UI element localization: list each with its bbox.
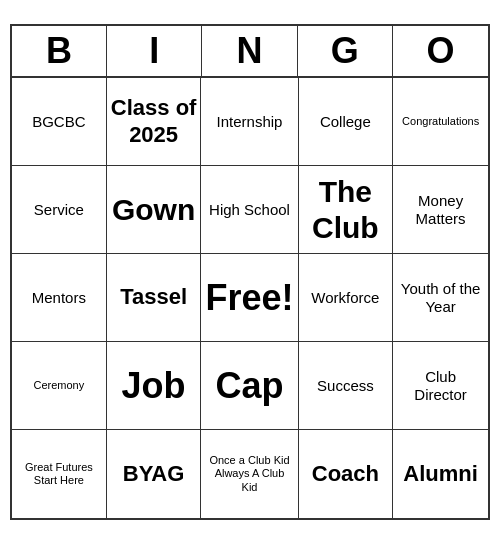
cell-text-14: Youth of the Year [397,280,484,316]
bingo-cell-9: Money Matters [393,166,488,254]
cell-text-12: Free! [205,276,293,319]
bingo-cell-2: Internship [201,78,298,166]
cell-text-19: Club Director [397,368,484,404]
header-letter-B: B [12,26,107,76]
cell-text-16: Job [122,364,186,407]
cell-text-10: Mentors [32,289,86,307]
cell-text-2: Internship [217,113,283,131]
bingo-cell-5: Service [12,166,107,254]
bingo-cell-7: High School [201,166,298,254]
bingo-cell-1: Class of 2025 [107,78,202,166]
cell-text-23: Coach [312,461,379,487]
bingo-cell-8: The Club [299,166,394,254]
bingo-cell-11: Tassel [107,254,202,342]
cell-text-3: College [320,113,371,131]
bingo-cell-6: Gown [107,166,202,254]
bingo-cell-0: BGCBC [12,78,107,166]
bingo-cell-10: Mentors [12,254,107,342]
bingo-cell-24: Alumni [393,430,488,518]
cell-text-21: BYAG [123,461,185,487]
cell-text-22: Once a Club Kid Always A Club Kid [205,454,293,494]
header-letter-G: G [298,26,393,76]
bingo-grid: BGCBCClass of 2025InternshipCollegeCongr… [12,78,488,518]
header-letter-O: O [393,26,488,76]
cell-text-15: Ceremony [33,379,84,392]
cell-text-11: Tassel [120,284,187,310]
bingo-cell-17: Cap [201,342,298,430]
cell-text-17: Cap [215,364,283,407]
bingo-cell-22: Once a Club Kid Always A Club Kid [201,430,298,518]
cell-text-4: Congratulations [402,115,479,128]
bingo-cell-13: Workforce [299,254,394,342]
bingo-cell-18: Success [299,342,394,430]
header-letter-N: N [202,26,297,76]
cell-text-18: Success [317,377,374,395]
bingo-cell-3: College [299,78,394,166]
bingo-cell-20: Great Futures Start Here [12,430,107,518]
cell-text-1: Class of 2025 [111,95,197,148]
cell-text-6: Gown [112,192,195,228]
cell-text-9: Money Matters [397,192,484,228]
cell-text-7: High School [209,201,290,219]
bingo-cell-14: Youth of the Year [393,254,488,342]
bingo-card: BINGO BGCBCClass of 2025InternshipColleg… [10,24,490,520]
bingo-cell-15: Ceremony [12,342,107,430]
bingo-cell-23: Coach [299,430,394,518]
cell-text-20: Great Futures Start Here [16,461,102,487]
bingo-cell-21: BYAG [107,430,202,518]
bingo-cell-19: Club Director [393,342,488,430]
cell-text-5: Service [34,201,84,219]
cell-text-24: Alumni [403,461,478,487]
bingo-cell-16: Job [107,342,202,430]
bingo-cell-12: Free! [201,254,298,342]
bingo-cell-4: Congratulations [393,78,488,166]
cell-text-0: BGCBC [32,113,85,131]
header-letter-I: I [107,26,202,76]
cell-text-13: Workforce [311,289,379,307]
bingo-header: BINGO [12,26,488,78]
cell-text-8: The Club [303,174,389,246]
